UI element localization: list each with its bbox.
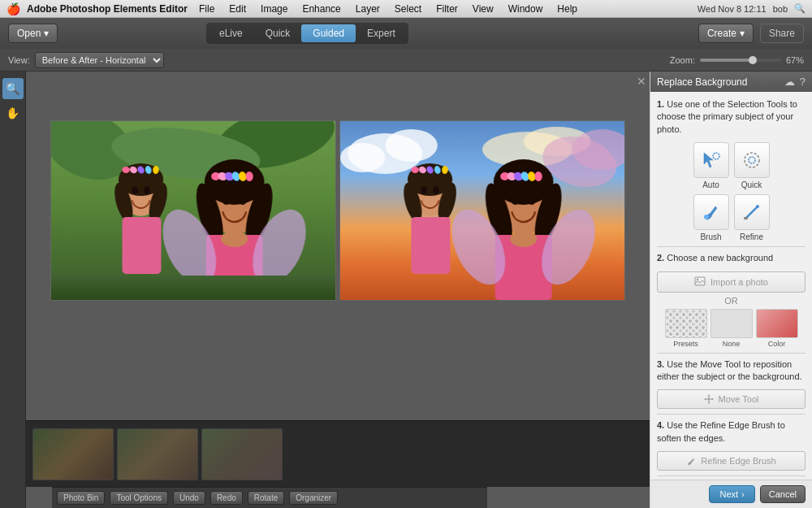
svg-point-6	[756, 205, 759, 208]
viewbar: View: Before & After - Horizontal Before…	[0, 49, 812, 72]
menu-help[interactable]: Help	[554, 2, 581, 15]
toolbar: Open ▾ eLive Quick Guided Expert Create …	[0, 18, 812, 49]
presets-label: Presets	[673, 340, 698, 348]
before-image	[51, 121, 335, 300]
next-button[interactable]: Next ›	[709, 485, 754, 503]
app-title: Adobe Photoshop Elements Editor	[27, 3, 188, 15]
refine-tool-button[interactable]: Refine	[734, 194, 770, 241]
menu-enhance[interactable]: Enhance	[299, 2, 343, 15]
filmstrip-thumb-2[interactable]	[117, 428, 198, 480]
undo-button[interactable]: Undo	[173, 491, 205, 505]
svg-marker-12	[708, 394, 710, 396]
color-thumb	[756, 309, 798, 338]
import-photo-button[interactable]: Import a photo	[657, 271, 806, 293]
menu-layer[interactable]: Layer	[352, 2, 383, 15]
zoom-tool[interactable]: 🔍	[2, 78, 24, 99]
tool-options-button[interactable]: Tool Options	[110, 491, 168, 505]
menubar: 🍎 Adobe Photoshop Elements Editor File E…	[0, 0, 812, 18]
photo-bin-button[interactable]: Photo Bin	[57, 491, 105, 505]
create-label: Create	[707, 28, 736, 39]
preset-presets[interactable]: Presets	[665, 309, 707, 348]
zoom-label: Zoom:	[670, 55, 695, 65]
svg-marker-14	[704, 398, 706, 400]
menu-file[interactable]: File	[196, 2, 218, 15]
step-4-text: 4. Use the Refine Edge Brush to soften t…	[657, 419, 806, 445]
view-select[interactable]: Before & After - Horizontal Before Only …	[35, 52, 164, 68]
refine-icon	[734, 194, 770, 230]
tab-quick[interactable]: Quick	[254, 24, 302, 42]
menubar-right: Wed Nov 8 12:11 bob 🔍	[698, 3, 806, 14]
cloud-icon[interactable]: ☁	[784, 76, 795, 88]
hand-tool[interactable]: ✋	[2, 102, 24, 124]
refine-edge-button[interactable]: Refine Edge Brush	[657, 451, 806, 471]
import-label: Import a photo	[710, 277, 768, 287]
share-button[interactable]: Share	[760, 24, 804, 43]
menu-window[interactable]: Window	[505, 2, 546, 15]
main-layout: 🔍 ✋ ✕ Photo Bin Tool Options	[0, 72, 812, 508]
open-label: Open	[17, 28, 41, 39]
filmstrip-thumb-1[interactable]	[32, 428, 114, 480]
preset-color[interactable]: Color	[756, 309, 798, 348]
toolbar-right-actions: Create ▾ Share	[698, 24, 804, 43]
step-3-text: 3. Use the Move Tool to reposition eithe…	[657, 358, 806, 384]
svg-point-9	[697, 278, 698, 280]
move-tool-button[interactable]: Move Tool	[657, 389, 806, 409]
menu-image[interactable]: Image	[257, 2, 291, 15]
selection-tools-row: Auto Quick	[657, 142, 806, 189]
menu-filter[interactable]: Filter	[433, 2, 461, 15]
quick-selection-button[interactable]: Quick	[734, 142, 770, 189]
create-arrow: ▾	[740, 28, 745, 39]
filmstrip	[26, 420, 650, 487]
bottom-bar: Photo Bin Tool Options Undo Redo Rotate …	[52, 487, 487, 508]
brush-label: Brush	[700, 232, 721, 241]
zoom-slider[interactable]	[700, 59, 781, 62]
cancel-button[interactable]: Cancel	[760, 485, 806, 503]
svg-marker-13	[708, 402, 710, 404]
auto-label: Auto	[702, 180, 719, 189]
right-panel: Replace Background ☁ ? 1. Use one of the…	[650, 72, 812, 508]
none-thumb	[710, 309, 753, 338]
preset-none[interactable]: None	[710, 309, 753, 348]
filmstrip-thumb-3[interactable]	[201, 428, 283, 480]
help-icon[interactable]: ?	[800, 76, 806, 88]
zoom-control: Zoom: 67%	[670, 55, 804, 65]
menubar-search-icon[interactable]: 🔍	[794, 3, 806, 14]
brush-tool-button[interactable]: Brush	[693, 194, 729, 241]
move-tool-label: Move Tool	[719, 394, 759, 404]
step-2-text: 2. Choose a new background	[657, 252, 806, 264]
cancel-label: Cancel	[769, 489, 797, 499]
panel-content: 1. Use one of the Selection Tools to cho…	[650, 92, 812, 480]
presets-row: Presets None Color	[657, 309, 806, 348]
svg-point-3	[749, 157, 755, 163]
auto-selection-button[interactable]: Auto	[693, 142, 729, 189]
menu-edit[interactable]: Edit	[226, 2, 249, 15]
open-button[interactable]: Open ▾	[8, 24, 58, 43]
tab-elive[interactable]: eLive	[208, 24, 254, 42]
move-icon	[704, 394, 714, 404]
auto-selection-icon	[693, 142, 729, 178]
share-label: Share	[769, 28, 795, 39]
step-1-text: 1. Use one of the Selection Tools to cho…	[657, 98, 806, 136]
menu-select[interactable]: Select	[391, 2, 425, 15]
menu-view[interactable]: View	[469, 2, 497, 15]
svg-point-1	[713, 153, 719, 159]
import-icon	[694, 276, 706, 288]
canvas-area: ✕ Photo Bin Tool Options Undo Redo Rotat…	[26, 72, 650, 508]
canvas-close-button[interactable]: ✕	[637, 75, 646, 88]
menu-items: File Edit Image Enhance Layer Select Fil…	[196, 2, 698, 15]
svg-marker-0	[704, 153, 713, 167]
apple-logo: 🍎	[6, 2, 20, 15]
svg-point-2	[745, 153, 759, 167]
rotate-button[interactable]: Rotate	[248, 491, 284, 505]
image-container	[26, 72, 650, 317]
after-image-panel	[339, 120, 625, 301]
or-label: OR	[657, 296, 806, 306]
tab-guided[interactable]: Guided	[301, 24, 356, 42]
redo-button[interactable]: Redo	[210, 491, 243, 505]
tab-expert[interactable]: Expert	[356, 24, 407, 42]
next-arrow-icon: ›	[741, 489, 745, 499]
organizer-button[interactable]: Organizer	[289, 491, 338, 505]
menubar-datetime: Wed Nov 8 12:11	[698, 4, 767, 14]
after-image	[340, 121, 624, 300]
create-button[interactable]: Create ▾	[698, 24, 754, 43]
